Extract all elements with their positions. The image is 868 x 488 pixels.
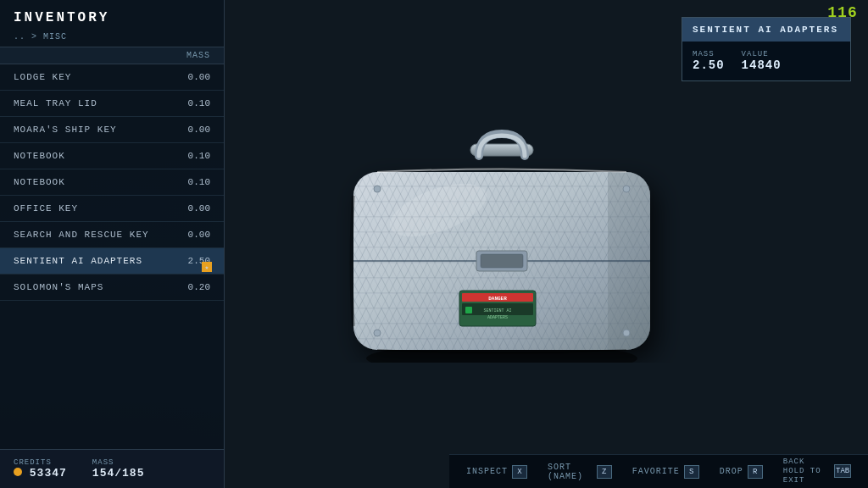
detail-value-block: VALUE 14840 xyxy=(742,50,782,72)
action-key[interactable]: TAB xyxy=(834,464,851,478)
list-item[interactable]: LODGE KEY0.00 xyxy=(0,64,224,91)
list-item[interactable]: MEAL TRAY LID0.10 xyxy=(0,91,224,117)
svg-point-18 xyxy=(374,186,381,192)
credits-block: CREDITS 53347 xyxy=(14,458,67,480)
item-name: OFFICE KEY xyxy=(14,203,78,214)
item-name: LODGE KEY xyxy=(14,72,71,82)
inventory-panel: INVENTORY .. > MISC MASS LODGE KEY0.00ME… xyxy=(0,0,225,488)
col-mass-header: MASS xyxy=(186,51,210,60)
action-label: DROP xyxy=(720,467,743,476)
item-name: NOTEBOOK xyxy=(14,151,65,161)
action-item: SORT (NAME)Z xyxy=(548,463,612,481)
action-key[interactable]: X xyxy=(512,465,527,479)
detail-value-value: 14840 xyxy=(742,58,782,72)
svg-rect-10 xyxy=(481,254,523,268)
svg-point-19 xyxy=(623,186,630,192)
action-item: INSPECTX xyxy=(466,465,527,479)
detail-panel: SENTIENT AI ADAPTERS MASS 2.50 VALUE 148… xyxy=(682,17,851,81)
item-name: MOARA'S SHIP KEY xyxy=(14,125,117,135)
detail-mass-label: MASS xyxy=(693,50,725,58)
main-area: SENTIENT AI ADAPTERS MASS 2.50 VALUE 148… xyxy=(225,0,868,488)
item-mass: 0.00 xyxy=(181,203,210,214)
item-list: LODGE KEY0.00MEAL TRAY LID0.10MOARA'S SH… xyxy=(0,64,224,449)
action-key[interactable]: R xyxy=(748,465,763,479)
list-item[interactable]: NOTEBOOK0.10 xyxy=(0,169,224,196)
list-item[interactable]: SENTIENT AI ADAPTERS2.50★ xyxy=(0,248,224,274)
credit-icon xyxy=(14,468,22,476)
panel-title: INVENTORY xyxy=(0,0,224,30)
item-mass: 0.00 xyxy=(181,230,210,240)
credits-value: 53347 xyxy=(14,467,67,480)
svg-point-21 xyxy=(623,330,630,336)
svg-rect-17 xyxy=(465,307,472,313)
list-item[interactable]: MOARA'S SHIP KEY0.00 xyxy=(0,117,224,143)
action-key[interactable]: Z xyxy=(597,465,612,479)
mass-label: MASS xyxy=(92,458,145,467)
mass-block: MASS 154/185 xyxy=(92,458,145,480)
item-mass: 0.00 xyxy=(181,72,210,82)
action-label: INSPECT xyxy=(466,467,508,476)
svg-point-20 xyxy=(374,330,381,336)
detail-mass-value: 2.50 xyxy=(693,58,725,72)
favorite-badge: ★ xyxy=(202,262,212,272)
svg-text:SENTIENT AI: SENTIENT AI xyxy=(483,308,511,313)
action-label: BACKHOLD TO EXIT xyxy=(783,458,831,485)
list-item[interactable]: SOLOMON'S MAPS0.20 xyxy=(0,274,224,301)
list-item[interactable]: SEARCH AND RESCUE KEY0.00 xyxy=(0,222,224,248)
item-mass: 0.10 xyxy=(181,151,210,161)
action-label: FAVORITE xyxy=(632,467,680,476)
column-headers: MASS xyxy=(0,47,224,64)
list-item[interactable]: OFFICE KEY0.00 xyxy=(0,196,224,222)
action-item: FAVORITES xyxy=(632,465,699,479)
list-item[interactable]: NOTEBOOK0.10 xyxy=(0,143,224,169)
item-name: SEARCH AND RESCUE KEY xyxy=(14,230,149,240)
item-name: MEAL TRAY LID xyxy=(14,98,97,108)
detail-value-label: VALUE xyxy=(742,50,782,58)
item-mass: 0.00 xyxy=(181,125,210,135)
svg-text:ADAPTERS: ADAPTERS xyxy=(487,315,507,320)
item-name: SENTIENT AI ADAPTERS xyxy=(14,256,142,266)
action-item: DROPR xyxy=(720,465,763,479)
action-key[interactable]: S xyxy=(684,465,699,479)
action-item: BACKHOLD TO EXITTAB xyxy=(783,458,851,485)
briefcase-image: DANGER SENTIENT AI ADAPTERS xyxy=(328,125,684,363)
item-name: SOLOMON'S MAPS xyxy=(14,282,103,292)
breadcrumb: .. > MISC xyxy=(0,30,224,47)
item-mass: 0.10 xyxy=(181,177,210,187)
action-bar: INSPECTXSORT (NAME)ZFAVORITESDROPRBACKHO… xyxy=(449,454,868,488)
item-name: NOTEBOOK xyxy=(14,177,65,187)
detail-stats: MASS 2.50 VALUE 14840 xyxy=(682,42,850,80)
credits-label: CREDITS xyxy=(14,458,67,467)
detail-mass-block: MASS 2.50 xyxy=(693,50,725,72)
level-number: 116 xyxy=(827,4,857,21)
mass-value: 154/185 xyxy=(92,467,145,480)
svg-text:DANGER: DANGER xyxy=(488,296,507,302)
item-image-area: DANGER SENTIENT AI ADAPTERS xyxy=(303,108,709,380)
item-mass: 0.20 xyxy=(181,282,210,292)
level-display: 116 xyxy=(817,0,868,25)
action-label: SORT (NAME) xyxy=(548,463,593,481)
item-mass: 0.10 xyxy=(181,98,210,108)
footer-bar: CREDITS 53347 MASS 154/185 xyxy=(0,449,224,488)
